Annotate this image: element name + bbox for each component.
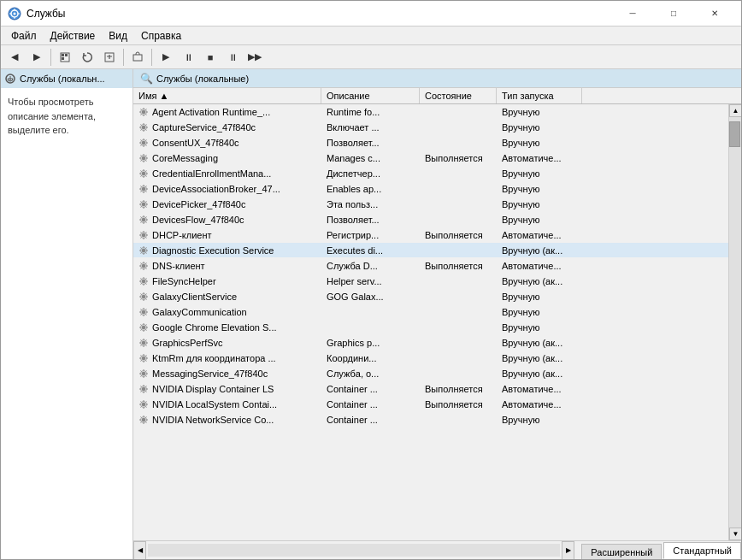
scroll-track[interactable] [729, 117, 741, 528]
service-status: Выполняется [420, 383, 497, 395]
table-row[interactable]: CoreMessagingManages c...ВыполняетсяАвто… [133, 150, 728, 166]
service-name-cell: NVIDIA LocalSystem Contai... [133, 398, 321, 410]
service-status [420, 280, 497, 282]
service-name: Google Chrome Elevation S... [152, 322, 277, 333]
scroll-down-button[interactable]: ▼ [729, 528, 741, 540]
service-name-cell: Diagnostic Execution Service [133, 245, 321, 256]
svg-point-40 [142, 326, 145, 329]
svg-rect-5 [65, 54, 68, 56]
service-desc: Runtime fo... [321, 106, 420, 118]
service-name-cell: NVIDIA NetworkService Co... [133, 414, 321, 426]
scroll-thumb[interactable] [729, 121, 740, 147]
right-panel-header: 🔍 Службы (локальные) [133, 69, 741, 88]
service-status [420, 111, 497, 113]
service-startup: Вручную (ак... [497, 368, 582, 380]
vertical-scrollbar[interactable]: ▲ ▼ [728, 104, 741, 540]
service-name: Diagnostic Execution Service [152, 245, 274, 256]
table-row[interactable]: DevicesFlow_47f840cПозволяет...Вручную [133, 212, 728, 227]
table-row[interactable]: CredentialEnrollmentMana...Диспетчер...В… [133, 166, 728, 181]
table-row[interactable]: DevicePicker_47f840cЭта польз...Вручную [133, 197, 728, 212]
service-status [420, 127, 497, 128]
maximize-button[interactable]: □ [654, 1, 693, 27]
service-name-cell: DevicesFlow_47f840c [133, 214, 321, 226]
svg-point-46 [142, 372, 145, 375]
table-row[interactable]: KtmRm для координатора ...Координи...Вру… [133, 351, 728, 366]
service-startup: Вручную (ак... [497, 275, 582, 287]
svg-point-38 [142, 310, 145, 314]
table-row[interactable]: GalaxyClientServiceGOG Galax...Вручную [133, 289, 728, 304]
service-desc: Служба D... [321, 260, 420, 272]
table-row[interactable]: GalaxyCommunicationВручную [133, 304, 728, 320]
service-icon [138, 415, 149, 425]
column-startup[interactable]: Тип запуска [497, 88, 582, 103]
service-name: GraphicsPerfSvc [152, 338, 223, 348]
table-row[interactable]: NVIDIA NetworkService Co...Container ...… [133, 412, 728, 427]
service-desc [321, 311, 420, 313]
table-row[interactable]: ConsentUX_47f840cПозволяет...Вручную [133, 135, 728, 150]
service-startup: Автоматиче... [497, 260, 582, 272]
properties-button[interactable] [127, 47, 148, 68]
export-button[interactable] [99, 47, 120, 68]
table-row[interactable]: Google Chrome Elevation S...Вручную [133, 320, 728, 335]
service-icon [138, 261, 149, 271]
service-icon [138, 245, 149, 256]
table-row[interactable]: Diagnostic Execution ServiceExecutes di.… [133, 243, 728, 258]
table-row[interactable]: DHCP-клиентРегистрир...ВыполняетсяАвтома… [133, 227, 728, 243]
service-status [420, 327, 497, 328]
up-button[interactable] [55, 47, 75, 68]
menu-action[interactable]: Действие [44, 28, 103, 44]
service-name-cell: NVIDIA Display Container LS [133, 383, 321, 395]
table-row[interactable]: NVIDIA Display Container LSContainer ...… [133, 381, 728, 397]
table-row[interactable]: Agent Activation Runtime_...Runtime fo..… [133, 104, 728, 120]
svg-point-18 [142, 156, 145, 160]
back-button[interactable]: ◀ [4, 47, 25, 68]
column-description[interactable]: Описание [321, 88, 420, 103]
service-startup: Вручную (ак... [497, 352, 582, 364]
table-row[interactable]: FileSyncHelperHelper serv...Вручную (ак.… [133, 274, 728, 289]
table-row[interactable]: MessagingService_47f840cСлужбa, о...Вруч… [133, 366, 728, 381]
service-icon [138, 322, 149, 333]
service-name-cell: DeviceAssociationBroker_47... [133, 183, 321, 195]
play-button[interactable]: ▶ [156, 47, 176, 68]
menu-view[interactable]: Вид [102, 28, 134, 44]
close-button[interactable]: ✕ [695, 1, 734, 27]
svg-point-26 [142, 218, 145, 221]
table-row[interactable]: NVIDIA LocalSystem Contai...Container ..… [133, 397, 728, 412]
table-row[interactable]: CaptureService_47f840cВключает ...Вручну… [133, 120, 728, 135]
minimize-button[interactable]: ─ [613, 1, 652, 27]
service-status [420, 188, 497, 190]
service-name-cell: CoreMessaging [133, 152, 321, 164]
service-icon [138, 276, 149, 286]
hscroll-right-button[interactable]: ▶ [562, 541, 574, 560]
refresh-button[interactable] [77, 47, 97, 68]
forward-button[interactable]: ▶ [26, 47, 47, 68]
svg-rect-8 [133, 55, 142, 61]
restart-button[interactable]: ▶▶ [244, 47, 265, 68]
service-name: CredentialEnrollmentMana... [152, 168, 271, 179]
column-name[interactable]: Имя ▲ [133, 88, 321, 103]
hscroll-left-button[interactable]: ◀ [133, 541, 146, 560]
table-header: Имя ▲ Описание Состояние Тип запуска [133, 88, 741, 104]
hscroll-track[interactable] [148, 544, 560, 557]
tab-extended[interactable]: Расширенный [581, 544, 662, 559]
stop-button[interactable]: ■ [200, 47, 221, 68]
column-status[interactable]: Состояние [420, 88, 497, 103]
scroll-up-button[interactable]: ▲ [729, 104, 741, 117]
svg-point-22 [142, 187, 145, 191]
left-panel-description: Чтобы просмотреть описание элемента, выд… [1, 88, 132, 559]
service-startup: Вручную [497, 214, 582, 226]
tab-standard[interactable]: Стандартный [663, 542, 741, 559]
pause2-button[interactable]: ⏸ [222, 47, 243, 68]
menu-help[interactable]: Справка [134, 28, 188, 44]
separator-1 [50, 49, 51, 66]
menu-file[interactable]: Файл [4, 28, 44, 44]
table-row[interactable]: DeviceAssociationBroker_47...Enables ap.… [133, 181, 728, 197]
service-icon [138, 153, 149, 163]
table-row[interactable]: DNS-клиентСлужба D...ВыполняетсяАвтомати… [133, 258, 728, 274]
service-status [420, 142, 497, 144]
svg-point-12 [142, 110, 145, 114]
separator-3 [151, 49, 152, 66]
table-row[interactable]: GraphicsPerfSvcGraphics p...Вручную (ак.… [133, 335, 728, 351]
service-name-cell: DevicePicker_47f840c [133, 198, 321, 210]
pause-button[interactable]: ⏸ [178, 47, 198, 68]
